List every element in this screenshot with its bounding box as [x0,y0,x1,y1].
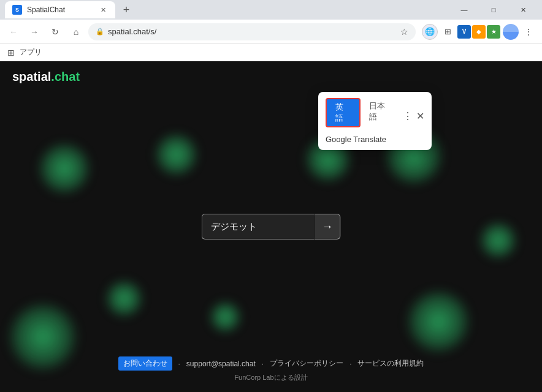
tab-favicon: S [12,5,22,15]
translate-menu-icon[interactable]: ⋮ [403,110,413,122]
translate-popup: 英語 日本語 ⋮ ✕ Google Translate [318,92,432,150]
translate-tabs: 英語 日本語 [326,98,400,127]
title-bar: S SpatialChat ✕ + — □ ✕ [0,0,542,20]
go-button[interactable]: → [315,214,341,239]
ext1-icon[interactable]: V [457,25,471,39]
nav-right-icons: 🌐 ⊞ V ◆ ★ ⋮ [422,23,537,40]
room-name-input[interactable] [202,214,315,239]
translate-popup-header: 英語 日本語 ⋮ ✕ [326,98,424,134]
back-button[interactable]: ← [5,23,22,40]
window-close-button[interactable]: ✕ [509,0,537,20]
new-tab-button[interactable]: + [118,1,135,18]
apps-grid-icon[interactable]: ⊞ [7,48,15,58]
tab-close-button[interactable]: ✕ [98,5,108,15]
ext2-icon[interactable]: ◆ [472,25,486,39]
address-text: spatial.chat/s/ [108,27,397,36]
minimize-button[interactable]: — [450,0,478,20]
translate-tab-japanese[interactable]: 日本語 [361,98,400,127]
navigation-bar: ← → ↻ ⌂ 🔒 spatial.chat/s/ ☆ 🌐 ⊞ V ◆ ★ ⋮ [0,20,542,44]
room-input-area: → [202,214,341,239]
logo-spatial-text: spatial [12,70,51,84]
footer-credit: FunCorp Labによる設計 [234,373,307,382]
support-email-link[interactable]: support@spatial.chat [186,360,256,368]
blob-7 [208,300,242,334]
spatial-page: spatial.chat → お問い合わせ · support@spatial.… [0,61,542,392]
footer-links: お問い合わせ · support@spatial.chat · プライバシーポリ… [118,356,424,371]
chrome-frame: S SpatialChat ✕ + — □ ✕ ← → ↻ ⌂ 🔒 spatia… [0,0,542,392]
logo-chat-text: chat [55,70,80,84]
translate-service-label: Google Translate [326,135,424,144]
forward-button[interactable]: → [26,23,43,40]
spatial-header: spatial.chat [0,61,542,92]
blob-2 [153,132,199,178]
bookmark-star-icon[interactable]: ☆ [400,27,408,37]
translate-close-button[interactable]: ✕ [416,110,424,122]
maximize-button[interactable]: □ [479,0,508,20]
apps-label[interactable]: アプリ [20,47,42,58]
chrome-menu-button[interactable]: ⋮ [520,23,537,40]
privacy-policy-link[interactable]: プライバシーポリシー [270,358,343,369]
profile-avatar[interactable] [503,24,519,40]
terms-link[interactable]: サービスの利用規約 [357,358,424,369]
blob-9 [478,221,518,260]
tab-title: SpatialChat [27,6,93,14]
spatial-logo: spatial.chat [12,70,80,84]
active-tab[interactable]: S SpatialChat ✕ [5,1,115,18]
blob-6 [104,279,144,318]
lock-icon: 🔒 [96,28,104,36]
blob-8 [405,288,472,355]
contact-button[interactable]: お問い合わせ [118,356,172,371]
blob-1 [37,141,92,196]
window-controls: — □ ✕ [450,0,537,20]
translate-tab-english[interactable]: 英語 [326,98,361,127]
address-bar[interactable]: 🔒 spatial.chat/s/ ☆ [88,23,416,40]
translate-globe-icon[interactable]: 🌐 [422,24,438,40]
main-content: spatial.chat → お問い合わせ · support@spatial.… [0,61,542,392]
ext3-icon[interactable]: ★ [487,25,500,39]
refresh-button[interactable]: ↻ [47,23,64,40]
extensions-icon[interactable]: ⊞ [439,23,456,40]
bookmarks-bar: ⊞ アプリ [0,44,542,61]
home-button[interactable]: ⌂ [67,23,85,40]
spatial-footer: お問い合わせ · support@spatial.chat · プライバシーポリ… [0,350,542,392]
